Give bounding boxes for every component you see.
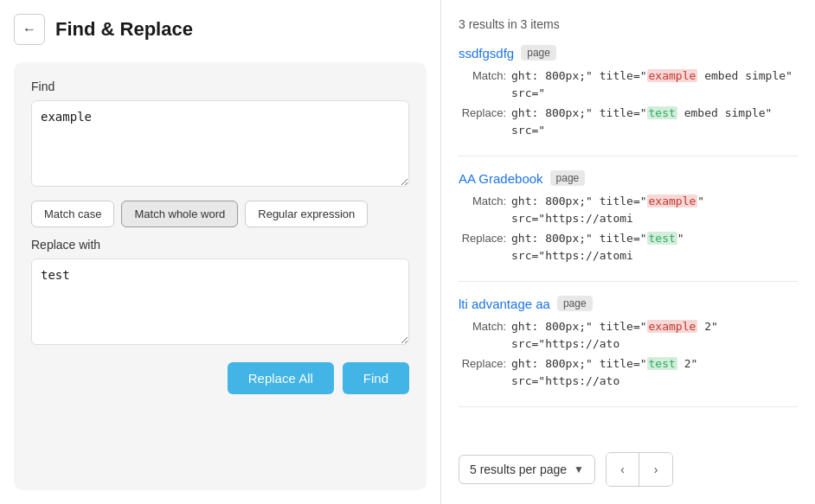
chevron-down-icon: ▼: [574, 463, 584, 475]
regular-expression-button[interactable]: Regular expression: [245, 201, 368, 227]
find-input[interactable]: example: [31, 100, 409, 187]
find-label: Find: [31, 80, 409, 93]
match-label: Match:: [459, 67, 506, 101]
replace-label-row: Replace:: [459, 105, 506, 138]
next-page-button[interactable]: ›: [639, 453, 672, 486]
match-text: ght: 800px;" title=": [511, 195, 647, 207]
result-name[interactable]: lti advantage aa: [459, 297, 550, 311]
replace-highlight: test: [647, 357, 677, 370]
result-header: ssdfgsdfg page: [459, 45, 798, 61]
result-badge: page: [550, 170, 586, 186]
result-header: AA Gradebook page: [459, 170, 798, 186]
match-code: ght: 800px;" title="example embed simple…: [511, 67, 798, 101]
result-name[interactable]: ssdfgsdfg: [459, 46, 514, 61]
result-row: Match: ght: 800px;" title="example" src=…: [459, 193, 798, 226]
back-button[interactable]: ←: [14, 14, 45, 45]
back-icon: ←: [22, 22, 36, 37]
nav-buttons: ‹ ›: [606, 452, 673, 487]
right-panel: 3 results in 3 items ssdfgsdfg page Matc…: [441, 0, 815, 504]
find-button[interactable]: Find: [343, 362, 409, 394]
results-summary: 3 results in 3 items: [459, 17, 798, 31]
match-highlight: example: [647, 320, 698, 333]
replace-text: ght: 800px;" title=": [511, 106, 647, 119]
result-header: lti advantage aa page: [459, 296, 798, 311]
result-badge: page: [521, 45, 556, 61]
result-item: lti advantage aa page Match: ght: 800px;…: [459, 296, 798, 407]
replace-code: ght: 800px;" title="test 2" src="https:/…: [511, 355, 798, 389]
result-name[interactable]: AA Gradebook: [459, 171, 543, 186]
match-highlight: example: [647, 69, 698, 82]
replace-code: ght: 800px;" title="test embed simple" s…: [511, 105, 798, 138]
result-item: AA Gradebook page Match: ght: 800px;" ti…: [459, 170, 798, 282]
match-code: ght: 800px;" title="example" src="https:…: [511, 193, 798, 226]
match-code: ght: 800px;" title="example 2" src="http…: [511, 318, 798, 352]
replace-text: ght: 800px;" title=": [511, 232, 647, 245]
replace-code: ght: 800px;" title="test" src="https://a…: [511, 230, 798, 264]
replace-highlight: test: [647, 106, 677, 119]
replace-label: Replace with: [31, 238, 409, 252]
result-badge: page: [557, 296, 593, 311]
pagination-bar: 5 results per page ▼ ‹ ›: [459, 452, 798, 487]
replace-row: Replace: ght: 800px;" title="test 2" src…: [459, 355, 798, 389]
result-row: Match: ght: 800px;" title="example embed…: [459, 67, 798, 101]
per-page-select[interactable]: 5 results per page ▼: [459, 455, 595, 484]
result-item: ssdfgsdfg page Match: ght: 800px;" title…: [459, 45, 798, 156]
match-case-button[interactable]: Match case: [31, 201, 114, 227]
replace-label-row: Replace:: [459, 355, 506, 389]
form-area: Find example Match case Match whole word…: [14, 62, 427, 490]
replace-row: Replace: ght: 800px;" title="test embed …: [459, 105, 798, 138]
match-highlight: example: [647, 195, 698, 207]
action-buttons: Replace All Find: [31, 362, 409, 394]
prev-page-button[interactable]: ‹: [606, 453, 639, 486]
replace-all-button[interactable]: Replace All: [228, 362, 334, 394]
match-label: Match:: [459, 318, 506, 352]
replace-label-row: Replace:: [459, 230, 506, 264]
replace-row: Replace: ght: 800px;" title="test" src="…: [459, 230, 798, 264]
replace-input[interactable]: test: [31, 258, 409, 345]
per-page-label: 5 results per page: [470, 463, 567, 476]
match-text: ght: 800px;" title=": [511, 69, 647, 82]
replace-highlight: test: [647, 232, 677, 245]
match-label: Match:: [459, 193, 506, 226]
results-list: ssdfgsdfg page Match: ght: 800px;" title…: [459, 45, 798, 435]
toggle-buttons: Match case Match whole word Regular expr…: [31, 201, 409, 227]
header: ← Find & Replace: [14, 14, 427, 45]
match-text: ght: 800px;" title=": [511, 320, 647, 333]
result-row: Match: ght: 800px;" title="example 2" sr…: [459, 318, 798, 352]
match-whole-word-button[interactable]: Match whole word: [121, 201, 238, 227]
left-panel: ← Find & Replace Find example Match case…: [0, 0, 441, 504]
page-title: Find & Replace: [55, 18, 193, 41]
replace-text: ght: 800px;" title=": [511, 357, 647, 370]
